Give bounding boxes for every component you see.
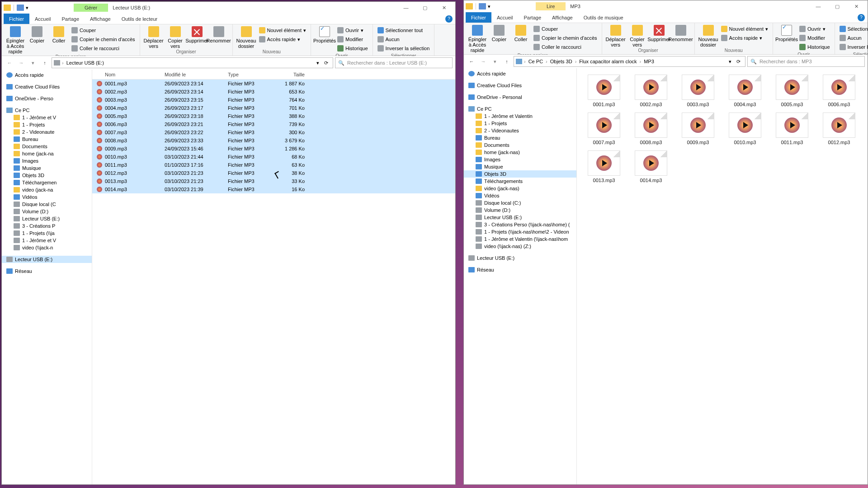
history-button[interactable]: Historique: [798, 43, 831, 51]
new-folder-button[interactable]: Nouveau dossier: [698, 24, 719, 47]
file-icon[interactable]: 0013.mp3: [583, 150, 625, 183]
tree-item[interactable]: OneDrive - Personal: [464, 94, 576, 101]
tree-item[interactable]: 1 - Projets: [2, 121, 92, 128]
tree-item[interactable]: Accès rapide: [464, 70, 576, 77]
file-icon[interactable]: 0007.mp3: [583, 113, 625, 145]
tree-item[interactable]: Téléchargemen: [2, 179, 92, 186]
tree-item[interactable]: Lecteur USB (E:): [464, 214, 576, 221]
tree-item[interactable]: 1 - Jérôme et Valentin: [464, 113, 576, 120]
tree-item[interactable]: Vidéos: [464, 192, 576, 199]
qat-dropdown-icon[interactable]: ▾: [488, 4, 491, 9]
file-list[interactable]: Nom Modifié le Type Taille 0001.mp326/09…: [92, 70, 455, 484]
tree-item[interactable]: Accès rapide: [2, 71, 92, 79]
tree-item[interactable]: Vidéos: [2, 193, 92, 201]
cut-button[interactable]: Couper: [533, 25, 598, 33]
nav-tree[interactable]: Accès rapideCreative Cloud FilesOneDrive…: [2, 70, 92, 484]
edit-button[interactable]: Modifier: [798, 34, 831, 42]
file-row[interactable]: 0011.mp301/10/2023 17:16Fichier MP363 Ko: [92, 161, 455, 169]
tree-item[interactable]: Creative Cloud Files: [464, 82, 576, 89]
tree-item[interactable]: Bureau: [464, 134, 576, 141]
tree-item[interactable]: Objets 3D: [464, 170, 576, 178]
save-icon[interactable]: [479, 3, 486, 9]
dropdown-icon[interactable]: ▾: [729, 59, 731, 65]
tree-item[interactable]: Ce PC: [464, 105, 576, 113]
tree-item[interactable]: Images: [2, 157, 92, 164]
tree-item[interactable]: Volume (D:): [2, 208, 92, 215]
file-row[interactable]: 0006.mp326/09/2023 23:21Fichier MP3739 K…: [92, 120, 455, 128]
help-icon[interactable]: ?: [445, 15, 453, 23]
file-icon[interactable]: 0002.mp3: [630, 75, 672, 107]
file-icon[interactable]: 0006.mp3: [818, 75, 860, 107]
context-tab-play[interactable]: Lire: [536, 2, 566, 10]
tab-home[interactable]: Accueil: [29, 14, 56, 24]
new-item-button[interactable]: Nouvel élément ▾: [258, 26, 307, 34]
tab-share[interactable]: Partage: [518, 12, 547, 23]
copy-path-button[interactable]: Copier le chemin d'accès: [71, 35, 136, 43]
tree-item[interactable]: Documents: [2, 143, 92, 150]
invert-selection-button[interactable]: Inverser la sélection: [839, 43, 868, 51]
file-icon[interactable]: 0009.mp3: [677, 113, 719, 145]
copy-to-button[interactable]: Copier vers: [165, 25, 186, 49]
titlebar[interactable]: ▾ Lire MP3 — ▢ ✕: [464, 0, 868, 12]
tree-item[interactable]: OneDrive - Perso: [2, 95, 92, 102]
tree-item[interactable]: Disque local (C: [2, 201, 92, 208]
file-icon[interactable]: 0001.mp3: [583, 75, 625, 107]
tree-item[interactable]: 3 - Créations Perso (\\jack-nas\home) (: [464, 221, 576, 228]
pin-quick-access-button[interactable]: Épingler à Accès rapide: [467, 24, 488, 53]
titlebar[interactable]: ▾ Gérer Lecteur USB (E:) — ▢ ✕: [2, 2, 455, 14]
file-icon[interactable]: 0010.mp3: [724, 113, 766, 145]
tab-view[interactable]: Affichage: [85, 14, 116, 24]
move-to-button[interactable]: Déplacer vers: [143, 25, 165, 49]
copy-path-button[interactable]: Copier le chemin d'accès: [533, 34, 598, 42]
tree-item[interactable]: Volume (D:): [464, 206, 576, 214]
up-button[interactable]: ↑: [40, 58, 50, 68]
paste-shortcut-button[interactable]: Coller le raccourci: [533, 43, 598, 51]
tree-item[interactable]: 1 - Jérôme et Valentin (\\jack-nas\hom: [464, 235, 576, 243]
tree-item[interactable]: Documents: [464, 141, 576, 149]
breadcrumb[interactable]: ›Ce PC ›Objets 3D ›Flux capacitor alarm …: [514, 56, 745, 67]
maximize-button[interactable]: ▢: [828, 0, 847, 12]
breadcrumb[interactable]: ›Lecteur USB (E:) ▾ ⟳: [52, 57, 333, 68]
tab-music-tools[interactable]: Outils de musique: [578, 12, 629, 23]
paste-shortcut-button[interactable]: Coller le raccourci: [71, 44, 136, 52]
easy-access-button[interactable]: Accès rapide ▾: [720, 34, 769, 42]
nav-tree[interactable]: Accès rapideCreative Cloud FilesOneDrive…: [464, 68, 577, 484]
tree-item[interactable]: Réseau: [2, 267, 92, 275]
tree-item[interactable]: Téléchargements: [464, 178, 576, 185]
invert-selection-button[interactable]: Inverser la sélection: [377, 44, 431, 52]
delete-button[interactable]: Supprimer: [648, 24, 670, 42]
tab-file[interactable]: Fichier: [4, 14, 29, 24]
forward-button[interactable]: →: [478, 56, 488, 66]
column-type[interactable]: Type: [228, 72, 273, 77]
file-row[interactable]: 0003.mp326/09/2023 23:15Fichier MP3764 K…: [92, 96, 455, 104]
file-icon[interactable]: 0011.mp3: [771, 113, 813, 145]
qat-dropdown-icon[interactable]: ▾: [26, 5, 28, 11]
tree-item[interactable]: video (jack-na: [2, 186, 92, 193]
tree-item[interactable]: video (jack-nas): [464, 185, 576, 192]
file-icon[interactable]: 0012.mp3: [818, 113, 860, 145]
tree-item[interactable]: Bureau: [2, 136, 92, 143]
tree-item[interactable]: 3 - Créations P: [2, 222, 92, 230]
tree-item[interactable]: video (\\jack-nas) (Z:): [464, 243, 576, 250]
icon-view[interactable]: 0001.mp30002.mp30003.mp30004.mp30005.mp3…: [577, 68, 868, 484]
tree-item[interactable]: Disque local (C:): [464, 199, 576, 206]
file-icon[interactable]: 0003.mp3: [677, 75, 719, 107]
file-icon[interactable]: 0008.mp3: [630, 113, 672, 145]
delete-button[interactable]: Supprimer: [186, 25, 208, 43]
up-button[interactable]: ↑: [502, 56, 512, 66]
file-row[interactable]: 0008.mp326/09/2023 23:33Fichier MP33 679…: [92, 136, 455, 145]
tree-item[interactable]: 1 - Jérôme et V: [2, 237, 92, 244]
refresh-button[interactable]: ⟳: [733, 59, 743, 65]
maximize-button[interactable]: ▢: [415, 2, 434, 14]
file-row[interactable]: 0005.mp326/09/2023 23:18Fichier MP3388 K…: [92, 112, 455, 120]
close-button[interactable]: ✕: [847, 0, 866, 12]
tree-item[interactable]: Lecteur USB (E:): [2, 256, 92, 263]
copy-to-button[interactable]: Copier vers: [627, 24, 648, 47]
back-button[interactable]: ←: [5, 58, 14, 68]
back-button[interactable]: ←: [467, 56, 476, 66]
context-tab-manage[interactable]: Gérer: [74, 4, 108, 12]
column-size[interactable]: Taille: [273, 72, 309, 77]
minimize-button[interactable]: —: [809, 0, 828, 12]
file-icon[interactable]: 0014.mp3: [630, 150, 672, 183]
select-all-button[interactable]: Sélectionner tout: [839, 25, 868, 33]
